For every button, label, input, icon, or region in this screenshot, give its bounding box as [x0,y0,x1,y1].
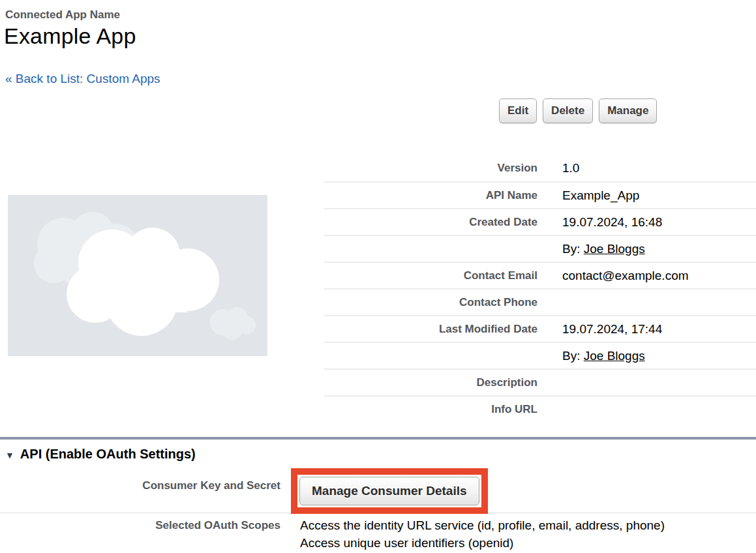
field-label: Created Date [324,216,537,229]
field-value: 1.0 [537,161,579,175]
detail-row-info-url: Info URL [324,395,756,422]
connected-app-detail-page: Connected App Name Example App « Back to… [0,0,756,553]
detail-table: Version 1.0 API Name Example_App Created… [324,155,756,422]
app-logo-image [8,195,267,356]
detail-row-created-date: Created Date 19.07.2024, 16:48 [324,208,756,235]
field-label: Contact Email [324,269,537,282]
cloud-illustration-icon [8,195,267,356]
selected-oauth-scopes-label: Selected OAuth Scopes [0,519,280,532]
highlight-annotation-box: Manage Consumer Details [291,468,488,514]
oauth-scope-item: Access unique user identifiers (openid) [300,534,665,552]
page-title: Example App [4,23,136,49]
toolbar: Edit Delete Manage [499,98,657,123]
edit-button[interactable]: Edit [499,98,537,123]
field-label: Version [324,162,537,175]
oauth-section-header[interactable]: ▼ API (Enable OAuth Settings) [5,447,196,462]
detail-row-last-modified-date: Last Modified Date 19.07.2024, 17:44 [324,315,756,342]
detail-row-created-by: By: Joe Bloggs [324,235,756,262]
by-prefix: By: [562,349,584,363]
field-value: 19.07.2024, 17:44 [537,322,662,336]
detail-row-contact-email: Contact Email contact@example.com [324,262,756,288]
field-value: contact@example.com [537,269,689,283]
by-prefix: By: [562,242,584,256]
detail-row-description: Description [324,368,756,395]
field-label: Contact Phone [324,296,537,309]
delete-button[interactable]: Delete [543,98,593,123]
back-to-list-link[interactable]: « Back to List: Custom Apps [5,72,160,86]
detail-row-version: Version 1.0 [324,155,756,181]
oauth-scope-item: Access the identity URL service (id, pro… [300,516,665,534]
entity-type-label: Connected App Name [5,8,120,22]
section-divider-bar [0,437,756,440]
selected-oauth-scopes-values: Access the identity URL service (id, pro… [300,516,665,552]
modified-by-user-link[interactable]: Joe Bloggs [584,349,645,363]
oauth-section-title: API (Enable OAuth Settings) [20,447,196,462]
manage-consumer-details-button[interactable]: Manage Consumer Details [299,477,479,505]
field-value: 19.07.2024, 16:48 [537,215,662,230]
detail-row-api-name: API Name Example_App [324,181,756,208]
field-label: Description [324,376,537,389]
field-value: By: Joe Bloggs [537,242,645,256]
collapse-triangle-icon[interactable]: ▼ [5,450,14,460]
field-value: Example_App [537,188,639,203]
created-by-user-link[interactable]: Joe Bloggs [584,242,645,256]
detail-row-contact-phone: Contact Phone [324,288,756,315]
field-label: API Name [324,189,537,202]
detail-row-modified-by: By: Joe Bloggs [324,342,756,368]
field-label: Last Modified Date [324,323,537,336]
consumer-key-secret-label: Consumer Key and Secret [0,479,280,492]
field-label: Info URL [324,403,537,416]
manage-button[interactable]: Manage [599,98,657,123]
field-value: By: Joe Bloggs [537,349,645,363]
